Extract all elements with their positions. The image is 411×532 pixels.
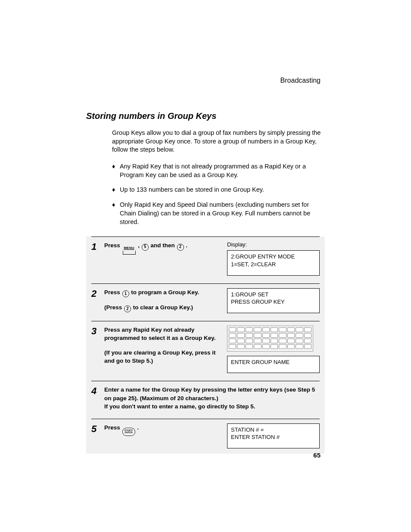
bullet-text: Only Rapid Key and Speed Dial numbers (e… [120,200,325,227]
step-instruction: Press MENU , 5 and then 2 . [104,241,219,255]
step-2: 2 Press 1 to program a Group Key. (Press… [91,283,320,321]
bullet-item: ♦Up to 133 numbers can be stored in one … [112,185,325,194]
step-5: 5 Press START/ ENTER . STATION # = ENTER… [91,419,320,451]
step-number: 1 [91,241,104,252]
key-1-icon: 1 [122,290,129,297]
step-number: 4 [91,386,104,396]
text: to program a Group Key. [131,289,199,296]
step-display: STATION # = ENTER STATION # [227,423,320,448]
menu-key-label: MENU [123,246,136,251]
page: Broadcasting Storing numbers in Group Ke… [0,0,411,532]
text: , [138,242,141,249]
display-line: STATION # = [231,426,316,434]
text: to clear a Group Key.) [133,304,193,311]
step-instruction: Press 1 to program a Group Key. (Press 2… [104,288,219,313]
display-line: 2:GROUP ENTRY MODE [231,253,316,261]
page-number: 65 [313,451,321,459]
intro-paragraph: Group Keys allow you to dial a group of … [112,129,325,154]
step-4: 4 Enter a name for the Group Key by pres… [91,381,320,419]
rapid-key-panel-icon [227,326,313,352]
display-box: STATION # = ENTER STATION # [227,423,320,448]
display-box: 2:GROUP ENTRY MODE 1=SET, 2=CLEAR [227,250,320,275]
step-instruction: Press any Rapid Key not already programm… [104,326,219,365]
display-line: PRESS GROUP KEY [231,298,316,306]
text: . [186,242,187,249]
display-line: 1=SET, 2=CLEAR [231,261,316,268]
text: Press [104,242,122,249]
display-line: 1:GROUP SET [231,291,316,299]
text: Press [104,424,122,431]
step-display: ENTER GROUP NAME [227,326,320,373]
step-number: 5 [91,423,104,434]
section-header: Broadcasting [280,77,321,84]
bullet-text: Any Rapid Key that is not already progra… [120,162,325,180]
step-display: 1:GROUP SET PRESS GROUP KEY [227,288,320,313]
key-2-icon: 2 [177,244,184,251]
text: Press [104,289,122,296]
bullet-item: ♦Any Rapid Key that is not already progr… [112,162,325,180]
step-number: 3 [91,326,104,336]
step-instruction: Press START/ ENTER . [104,423,219,436]
step-3: 3 Press any Rapid Key not already progra… [91,321,320,381]
step-number: 2 [91,288,104,299]
step-display: Display: 2:GROUP ENTRY MODE 1=SET, 2=CLE… [227,241,320,275]
bullet-text: Up to 133 numbers can be stored in one G… [120,185,264,194]
text: Press any Rapid Key not already programm… [104,326,219,342]
start-enter-key-icon: START/ ENTER [122,428,135,436]
key-2-icon: 2 [124,305,131,312]
text: . [137,424,139,431]
bullet-list: ♦Any Rapid Key that is not already progr… [112,162,325,227]
display-box: 1:GROUP SET PRESS GROUP KEY [227,288,320,313]
key-label: ENTER [125,432,133,434]
text: (If you are clearing a Group Key, press … [104,348,219,365]
step-instruction: Enter a name for the Group Key by pressi… [104,386,320,411]
step-1: 1 Press MENU , 5 and then 2 . Display: [91,236,320,283]
display-label: Display: [227,241,320,248]
page-title: Storing numbers in Group Keys [86,111,325,121]
display-box: ENTER GROUP NAME [227,356,320,373]
menu-key-icon: MENU [123,246,136,255]
text: (Press [104,304,124,311]
steps-container: 1 Press MENU , 5 and then 2 . Display: [86,236,325,454]
bullet-item: ♦Only Rapid Key and Speed Dial numbers (… [112,200,325,227]
text: and then [151,242,177,249]
display-line: ENTER GROUP NAME [231,358,316,366]
key-5-icon: 5 [142,244,149,251]
display-line: ENTER STATION # [231,433,316,441]
